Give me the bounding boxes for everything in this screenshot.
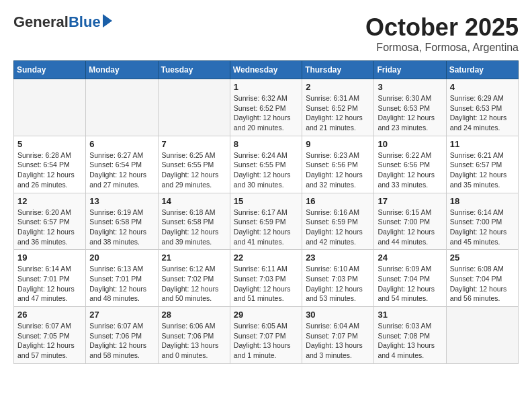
calendar-day-cell: 23Sunrise: 6:10 AM Sunset: 7:03 PM Dayli… (302, 250, 374, 307)
day-number: 30 (306, 310, 370, 320)
day-info: Sunrise: 6:03 AM Sunset: 7:08 PM Dayligh… (378, 321, 442, 361)
day-info: Sunrise: 6:13 AM Sunset: 7:01 PM Dayligh… (89, 264, 154, 304)
calendar-day-cell: 1Sunrise: 6:32 AM Sunset: 6:52 PM Daylig… (230, 79, 302, 136)
day-info: Sunrise: 6:28 AM Sunset: 6:54 PM Dayligh… (17, 150, 82, 190)
day-info: Sunrise: 6:05 AM Sunset: 7:07 PM Dayligh… (234, 321, 298, 361)
weekday-header: Thursday (302, 61, 374, 79)
calendar-day-cell: 11Sunrise: 6:21 AM Sunset: 6:57 PM Dayli… (446, 136, 518, 193)
day-number: 5 (17, 139, 82, 149)
day-info: Sunrise: 6:15 AM Sunset: 7:00 PM Dayligh… (378, 208, 442, 247)
weekday-header: Wednesday (230, 61, 302, 79)
calendar-week-row: 26Sunrise: 6:07 AM Sunset: 7:05 PM Dayli… (14, 307, 519, 364)
calendar-day-cell: 14Sunrise: 6:18 AM Sunset: 6:58 PM Dayli… (158, 193, 230, 250)
day-number: 10 (378, 139, 442, 149)
day-info: Sunrise: 6:09 AM Sunset: 7:04 PM Dayligh… (378, 264, 442, 304)
calendar-day-cell: 2Sunrise: 6:31 AM Sunset: 6:52 PM Daylig… (302, 79, 374, 136)
calendar-day-cell: 20Sunrise: 6:13 AM Sunset: 7:01 PM Dayli… (86, 250, 158, 307)
day-info: Sunrise: 6:07 AM Sunset: 7:05 PM Dayligh… (17, 321, 82, 361)
day-number: 1 (234, 82, 298, 92)
day-number: 19 (17, 253, 82, 263)
day-number: 29 (234, 310, 298, 320)
day-number: 22 (234, 253, 298, 263)
calendar-day-cell: 29Sunrise: 6:05 AM Sunset: 7:07 PM Dayli… (230, 307, 302, 364)
calendar-day-cell: 25Sunrise: 6:08 AM Sunset: 7:04 PM Dayli… (446, 250, 518, 307)
calendar-day-cell: 6Sunrise: 6:27 AM Sunset: 6:54 PM Daylig… (86, 136, 158, 193)
calendar-day-cell: 3Sunrise: 6:30 AM Sunset: 6:53 PM Daylig… (374, 79, 446, 136)
calendar-day-cell: 7Sunrise: 6:25 AM Sunset: 6:55 PM Daylig… (158, 136, 230, 193)
calendar-week-row: 1Sunrise: 6:32 AM Sunset: 6:52 PM Daylig… (14, 79, 519, 136)
calendar-day-cell: 27Sunrise: 6:07 AM Sunset: 7:06 PM Dayli… (86, 307, 158, 364)
page-title: October 2025 (365, 13, 519, 42)
day-number: 20 (89, 253, 154, 263)
day-number: 18 (450, 196, 515, 206)
day-number: 24 (378, 253, 442, 263)
weekday-header: Saturday (446, 61, 518, 79)
day-info: Sunrise: 6:23 AM Sunset: 6:56 PM Dayligh… (306, 150, 370, 190)
weekday-header: Monday (86, 61, 158, 79)
calendar-day-cell: 21Sunrise: 6:12 AM Sunset: 7:02 PM Dayli… (158, 250, 230, 307)
day-info: Sunrise: 6:18 AM Sunset: 6:58 PM Dayligh… (162, 208, 226, 247)
calendar-day-cell: 19Sunrise: 6:14 AM Sunset: 7:01 PM Dayli… (14, 250, 86, 307)
day-info: Sunrise: 6:32 AM Sunset: 6:52 PM Dayligh… (234, 93, 298, 133)
day-number: 8 (234, 139, 298, 149)
logo-blue-text: Blue (69, 13, 101, 31)
weekday-header: Sunday (14, 61, 86, 79)
calendar-day-cell: 17Sunrise: 6:15 AM Sunset: 7:00 PM Dayli… (374, 193, 446, 250)
day-number: 28 (162, 310, 226, 320)
day-number: 11 (450, 139, 515, 149)
logo-general-text: General (13, 13, 69, 31)
page-subtitle: Formosa, Formosa, Argentina (365, 42, 519, 54)
calendar-day-cell: 15Sunrise: 6:17 AM Sunset: 6:59 PM Dayli… (230, 193, 302, 250)
calendar-day-cell: 4Sunrise: 6:29 AM Sunset: 6:53 PM Daylig… (446, 79, 518, 136)
day-number: 25 (450, 253, 515, 263)
day-number: 27 (89, 310, 154, 320)
day-number: 12 (17, 196, 82, 206)
weekday-header: Tuesday (158, 61, 230, 79)
day-info: Sunrise: 6:14 AM Sunset: 7:01 PM Dayligh… (17, 264, 82, 304)
logo-arrow-icon (103, 14, 112, 28)
calendar-day-cell: 10Sunrise: 6:22 AM Sunset: 6:56 PM Dayli… (374, 136, 446, 193)
day-info: Sunrise: 6:07 AM Sunset: 7:06 PM Dayligh… (89, 321, 154, 361)
day-info: Sunrise: 6:14 AM Sunset: 7:00 PM Dayligh… (450, 208, 515, 247)
calendar-week-row: 12Sunrise: 6:20 AM Sunset: 6:57 PM Dayli… (14, 193, 519, 250)
day-number: 14 (162, 196, 226, 206)
day-number: 16 (306, 196, 370, 206)
day-info: Sunrise: 6:25 AM Sunset: 6:55 PM Dayligh… (162, 150, 226, 190)
day-number: 6 (89, 139, 154, 149)
calendar-day-cell: 30Sunrise: 6:04 AM Sunset: 7:07 PM Dayli… (302, 307, 374, 364)
day-info: Sunrise: 6:24 AM Sunset: 6:55 PM Dayligh… (234, 150, 298, 190)
day-info: Sunrise: 6:10 AM Sunset: 7:03 PM Dayligh… (306, 264, 370, 304)
day-number: 13 (89, 196, 154, 206)
day-number: 7 (162, 139, 226, 149)
title-block: October 2025 Formosa, Formosa, Argentina (365, 13, 519, 54)
day-info: Sunrise: 6:16 AM Sunset: 6:59 PM Dayligh… (306, 208, 370, 247)
day-info: Sunrise: 6:12 AM Sunset: 7:02 PM Dayligh… (162, 264, 226, 304)
day-info: Sunrise: 6:20 AM Sunset: 6:57 PM Dayligh… (17, 208, 82, 247)
calendar-day-cell (158, 79, 230, 136)
calendar-table: SundayMondayTuesdayWednesdayThursdayFrid… (13, 60, 519, 364)
calendar-day-cell: 16Sunrise: 6:16 AM Sunset: 6:59 PM Dayli… (302, 193, 374, 250)
page-header: General Blue October 2025 Formosa, Formo… (13, 13, 519, 54)
weekday-header: Friday (374, 61, 446, 79)
day-info: Sunrise: 6:11 AM Sunset: 7:03 PM Dayligh… (234, 264, 298, 304)
day-info: Sunrise: 6:19 AM Sunset: 6:58 PM Dayligh… (89, 208, 154, 247)
day-info: Sunrise: 6:21 AM Sunset: 6:57 PM Dayligh… (450, 150, 515, 190)
day-info: Sunrise: 6:27 AM Sunset: 6:54 PM Dayligh… (89, 150, 154, 190)
calendar-day-cell: 8Sunrise: 6:24 AM Sunset: 6:55 PM Daylig… (230, 136, 302, 193)
calendar-header: SundayMondayTuesdayWednesdayThursdayFrid… (14, 61, 519, 79)
calendar-day-cell: 13Sunrise: 6:19 AM Sunset: 6:58 PM Dayli… (86, 193, 158, 250)
day-number: 17 (378, 196, 442, 206)
day-number: 9 (306, 139, 370, 149)
calendar-day-cell: 26Sunrise: 6:07 AM Sunset: 7:05 PM Dayli… (14, 307, 86, 364)
logo: General Blue (13, 13, 112, 31)
calendar-day-cell (14, 79, 86, 136)
day-info: Sunrise: 6:04 AM Sunset: 7:07 PM Dayligh… (306, 321, 370, 361)
calendar-day-cell: 24Sunrise: 6:09 AM Sunset: 7:04 PM Dayli… (374, 250, 446, 307)
day-number: 26 (17, 310, 82, 320)
calendar-week-row: 5Sunrise: 6:28 AM Sunset: 6:54 PM Daylig… (14, 136, 519, 193)
day-info: Sunrise: 6:30 AM Sunset: 6:53 PM Dayligh… (378, 93, 442, 133)
day-info: Sunrise: 6:22 AM Sunset: 6:56 PM Dayligh… (378, 150, 442, 190)
day-info: Sunrise: 6:31 AM Sunset: 6:52 PM Dayligh… (306, 93, 370, 133)
day-number: 21 (162, 253, 226, 263)
day-info: Sunrise: 6:17 AM Sunset: 6:59 PM Dayligh… (234, 208, 298, 247)
